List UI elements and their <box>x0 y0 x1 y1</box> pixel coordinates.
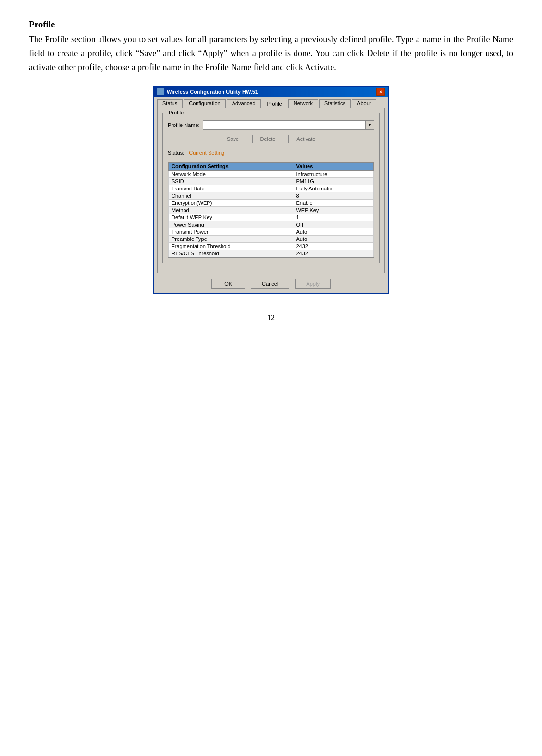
dialog-close-button[interactable]: × <box>376 88 385 96</box>
table-row: Encryption(WEP)Enable <box>169 200 374 207</box>
tab-statistics[interactable]: Statistics <box>319 99 351 108</box>
delete-button[interactable]: Delete <box>252 135 284 143</box>
description-text: The Profile section allows you to set va… <box>29 33 513 74</box>
table-row: MethodWEP Key <box>169 207 374 214</box>
config-setting-cell: Power Saving <box>169 221 293 228</box>
config-setting-cell: Transmit Power <box>169 228 293 236</box>
config-value-cell: Fully Automatic <box>293 185 374 192</box>
page-heading: Profile <box>29 19 513 30</box>
profile-name-row: Profile Name: ▼ <box>168 120 374 130</box>
config-value-cell: PM11G <box>293 178 374 185</box>
profile-action-buttons: Save Delete Activate <box>168 135 374 143</box>
config-value-cell: 2432 <box>293 250 374 257</box>
tab-about[interactable]: About <box>352 99 376 108</box>
tab-status[interactable]: Status <box>157 99 183 108</box>
table-row: Transmit RateFully Automatic <box>169 185 374 192</box>
status-label: Status: <box>168 150 184 156</box>
ok-button[interactable]: OK <box>211 279 245 289</box>
config-setting-cell: Fragmentation Threshold <box>169 243 293 250</box>
config-setting-cell: Default WEP Key <box>169 214 293 221</box>
tab-network[interactable]: Network <box>288 99 318 108</box>
status-value: Current Setting <box>189 150 224 156</box>
col-header-settings: Configuration Settings <box>169 163 293 171</box>
wireless-config-dialog: Wireless Configuration Utility HW.51 × S… <box>153 86 389 294</box>
profile-name-label: Profile Name: <box>168 122 200 128</box>
tab-configuration[interactable]: Configuration <box>184 99 225 108</box>
table-row: Channel8 <box>169 192 374 200</box>
config-value-cell: Infrastructure <box>293 171 374 178</box>
config-setting-cell: RTS/CTS Threshold <box>169 250 293 257</box>
config-value-cell: Auto <box>293 228 374 236</box>
col-header-values: Values <box>293 163 374 171</box>
dialog-title: Wireless Configuration Utility HW.51 <box>167 89 258 95</box>
table-row: Default WEP Key1 <box>169 214 374 221</box>
save-button[interactable]: Save <box>219 135 247 143</box>
config-setting-cell: Method <box>169 207 293 214</box>
dialog-body: Profile Profile Name: ▼ Save Delete Acti… <box>157 108 385 273</box>
group-box-label: Profile <box>167 110 185 115</box>
cancel-button[interactable]: Cancel <box>251 279 289 289</box>
profile-name-input[interactable] <box>203 120 366 130</box>
config-value-cell: WEP Key <box>293 207 374 214</box>
profile-name-dropdown-button[interactable]: ▼ <box>366 120 374 130</box>
tab-advanced[interactable]: Advanced <box>227 99 261 108</box>
config-setting-cell: Transmit Rate <box>169 185 293 192</box>
tab-profile[interactable]: Profile <box>262 100 287 108</box>
table-row: Preamble TypeAuto <box>169 236 374 243</box>
table-row: Fragmentation Threshold2432 <box>169 243 374 250</box>
dialog-icon <box>157 88 164 95</box>
dialog-footer: OK Cancel Apply <box>154 276 388 293</box>
config-value-cell: Auto <box>293 236 374 243</box>
config-value-cell: Off <box>293 221 374 228</box>
table-row: Transmit PowerAuto <box>169 228 374 236</box>
profile-name-input-wrapper: ▼ <box>203 120 374 130</box>
config-value-cell: 1 <box>293 214 374 221</box>
config-setting-cell: Preamble Type <box>169 236 293 243</box>
profile-group-box: Profile Profile Name: ▼ Save Delete Acti… <box>162 113 380 263</box>
activate-button[interactable]: Activate <box>288 135 323 143</box>
table-row: Network ModeInfrastructure <box>169 171 374 178</box>
apply-button[interactable]: Apply <box>295 279 331 289</box>
config-setting-cell: SSID <box>169 178 293 185</box>
titlebar-left: Wireless Configuration Utility HW.51 <box>157 88 258 95</box>
config-value-cell: 8 <box>293 192 374 200</box>
config-value-cell: Enable <box>293 200 374 207</box>
config-setting-cell: Channel <box>169 192 293 200</box>
config-value-cell: 2432 <box>293 243 374 250</box>
table-row: Power SavingOff <box>169 221 374 228</box>
page-number: 12 <box>29 314 513 322</box>
config-table-wrapper: Configuration Settings Values Network Mo… <box>168 162 374 258</box>
status-row: Status: Current Setting <box>168 148 374 158</box>
dialog-titlebar: Wireless Configuration Utility HW.51 × <box>154 87 388 97</box>
config-setting-cell: Encryption(WEP) <box>169 200 293 207</box>
table-row: RTS/CTS Threshold2432 <box>169 250 374 257</box>
config-table: Configuration Settings Values Network Mo… <box>168 162 374 257</box>
table-row: SSIDPM11G <box>169 178 374 185</box>
tab-bar: Status Configuration Advanced Profile Ne… <box>154 97 388 108</box>
config-setting-cell: Network Mode <box>169 171 293 178</box>
